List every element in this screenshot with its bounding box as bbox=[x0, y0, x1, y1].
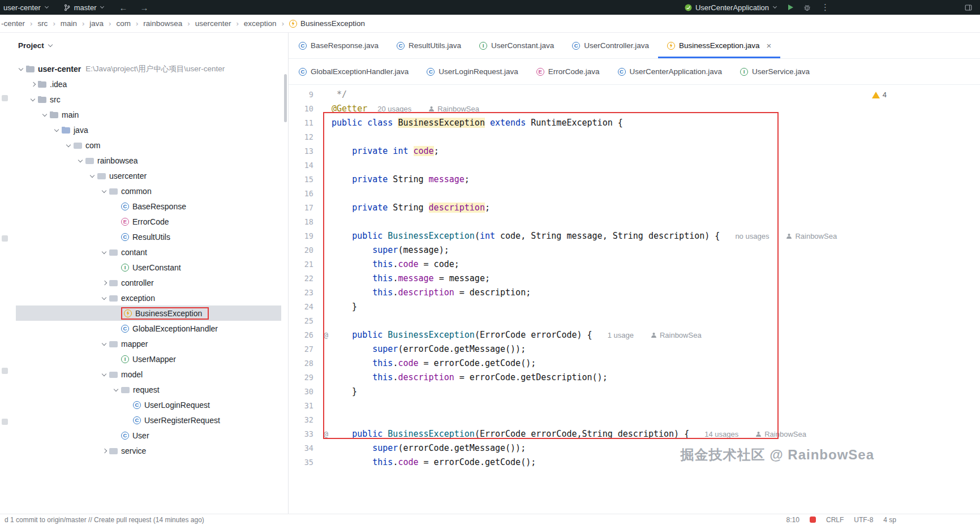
usages-inlay[interactable]: 14 usages bbox=[704, 430, 738, 438]
code-line-33[interactable]: 33@ public BusinessException(ErrorCode e… bbox=[289, 427, 980, 441]
close-icon[interactable]: × bbox=[767, 41, 772, 50]
tab-BaseResponse.java[interactable]: CBaseResponse.java bbox=[290, 33, 388, 58]
editor[interactable]: 9 */10@Getter20 usagesRainbowSea11public… bbox=[289, 85, 980, 514]
code-line-23[interactable]: 23 this.description = description; bbox=[289, 286, 980, 300]
tool-window-button[interactable] bbox=[2, 419, 8, 425]
chevron-down-icon[interactable] bbox=[65, 141, 74, 150]
tree-item-BaseResponse[interactable]: CBaseResponse bbox=[16, 199, 281, 214]
code-line-27[interactable]: 27 super(errorCode.getMessage()); bbox=[289, 342, 980, 356]
tree-item-UserRegisterRequest[interactable]: CUserRegisterRequest bbox=[16, 412, 281, 428]
code-line-26[interactable]: 26@ public BusinessException(ErrorCode e… bbox=[289, 328, 980, 342]
tree-item-.idea[interactable]: .idea bbox=[16, 76, 281, 92]
chevron-down-icon[interactable] bbox=[100, 294, 109, 303]
code-line-34[interactable]: 34 super(errorCode.getMessage()); bbox=[289, 441, 980, 455]
tree-item-model[interactable]: model bbox=[16, 367, 281, 382]
tab-UserService.java[interactable]: IUserService.java bbox=[731, 59, 819, 84]
code-line-20[interactable]: 20 super(message); bbox=[289, 243, 980, 257]
tree-item-BusinessException[interactable]: BusinessException bbox=[16, 305, 281, 321]
run-config-widget[interactable]: UserCenterApplication bbox=[685, 3, 778, 12]
author-inlay[interactable]: RainbowSea bbox=[786, 229, 837, 243]
usages-inlay[interactable]: no usages bbox=[735, 232, 769, 240]
chevron-down-icon[interactable] bbox=[100, 370, 109, 379]
chevron-right-icon[interactable] bbox=[29, 80, 38, 89]
code-line-13[interactable]: 13 private int code; bbox=[289, 144, 980, 158]
tree-item-com[interactable]: com bbox=[16, 137, 281, 153]
code-line-19[interactable]: 19 public BusinessException(int code, St… bbox=[289, 229, 980, 243]
code-line-12[interactable]: 12 bbox=[289, 130, 980, 144]
tree-item-src[interactable]: src bbox=[16, 92, 281, 107]
file-encoding-widget[interactable]: UTF-8 bbox=[854, 516, 873, 524]
tab-GlobalExceptionHandler.java[interactable]: CGlobalExceptionHandler.java bbox=[290, 59, 418, 84]
breadcrumb-item[interactable]: usercenter bbox=[195, 19, 231, 28]
tree-item-contant[interactable]: contant bbox=[16, 244, 281, 260]
code-line-22[interactable]: 22 this.message = message; bbox=[289, 272, 980, 286]
scrollbar[interactable] bbox=[284, 74, 287, 122]
tab-UserCenterApplication.java[interactable]: CUserCenterApplication.java bbox=[609, 59, 732, 84]
code-line-11[interactable]: 11public class BusinessException extends… bbox=[289, 116, 980, 130]
tree-item-user-center[interactable]: user-centerE:\Java\project\用户中心项目\user-c… bbox=[16, 61, 281, 76]
code-line-14[interactable]: 14 bbox=[289, 158, 980, 173]
usages-inlay[interactable]: 20 usages bbox=[377, 105, 411, 113]
code-line-35[interactable]: 35 this.code = errorCode.getCode(); bbox=[289, 455, 980, 470]
tree-item-main[interactable]: main bbox=[16, 107, 281, 122]
breadcrumb-item[interactable]: main bbox=[61, 19, 77, 28]
tree-item-controller[interactable]: controller bbox=[16, 275, 281, 290]
author-inlay[interactable]: RainbowSea bbox=[428, 102, 479, 116]
chevron-down-icon[interactable] bbox=[100, 248, 109, 257]
breadcrumb-item[interactable]: BusinessException bbox=[289, 19, 365, 28]
tree-item-User[interactable]: CUser bbox=[16, 428, 281, 443]
tree-item-exception[interactable]: exception bbox=[16, 290, 281, 305]
code-line-32[interactable]: 32 bbox=[289, 413, 980, 427]
tool-window-button[interactable] bbox=[2, 235, 8, 242]
tab-UserController.java[interactable]: CUserController.java bbox=[563, 33, 658, 58]
tree-item-service[interactable]: service bbox=[16, 443, 281, 458]
code-line-28[interactable]: 28 this.code = errorCode.getCode(); bbox=[289, 356, 980, 371]
code-line-29[interactable]: 29 this.description = errorCode.getDescr… bbox=[289, 371, 980, 385]
code-line-31[interactable]: 31 bbox=[289, 399, 980, 413]
tree-item-UserConstant[interactable]: IUserConstant bbox=[16, 260, 281, 275]
code-line-24[interactable]: 24 } bbox=[289, 300, 980, 314]
indent-widget[interactable]: 4 sp bbox=[883, 516, 896, 524]
tree-item-usercenter[interactable]: usercenter bbox=[16, 168, 281, 183]
code-line-15[interactable]: 15 private String message; bbox=[289, 173, 980, 187]
tree-item-UserLoginRequest[interactable]: CUserLoginRequest bbox=[16, 397, 281, 412]
code-line-18[interactable]: 18 bbox=[289, 215, 980, 229]
breadcrumb-item[interactable]: exception bbox=[244, 19, 277, 28]
project-widget[interactable]: user-center bbox=[3, 3, 50, 12]
tree-item-mapper[interactable]: mapper bbox=[16, 336, 281, 351]
code-line-17[interactable]: 17 private String description; bbox=[289, 201, 980, 215]
chevron-down-icon[interactable] bbox=[100, 187, 109, 196]
breadcrumb-item[interactable]: -center bbox=[1, 19, 25, 28]
chevron-right-icon[interactable] bbox=[100, 446, 109, 455]
inspections-widget[interactable]: 4 bbox=[872, 91, 887, 99]
chevron-down-icon[interactable] bbox=[53, 126, 62, 135]
gutter-annotation-icon[interactable]: @ bbox=[324, 427, 328, 441]
project-panel-header[interactable]: Project bbox=[11, 33, 288, 58]
tree-item-java[interactable]: java bbox=[16, 122, 281, 137]
breadcrumb-item[interactable]: java bbox=[89, 19, 104, 28]
vcs-branch-widget[interactable]: master bbox=[63, 3, 106, 12]
gutter-annotation-icon[interactable]: @ bbox=[324, 328, 328, 342]
more-actions-button[interactable]: ⋮ bbox=[821, 2, 830, 12]
code-line-30[interactable]: 30 } bbox=[289, 385, 980, 399]
run-button[interactable] bbox=[788, 5, 793, 10]
status-plugin-icon[interactable] bbox=[810, 517, 816, 523]
chevron-down-icon[interactable] bbox=[76, 156, 85, 165]
tree-item-GlobalExceptionHandler[interactable]: CGlobalExceptionHandler bbox=[16, 321, 281, 336]
tree-item-common[interactable]: common bbox=[16, 183, 281, 199]
tab-UserLoginRequest.java[interactable]: CUserLoginRequest.java bbox=[418, 59, 527, 84]
code-line-16[interactable]: 16 bbox=[289, 187, 980, 201]
tree-item-request[interactable]: request bbox=[16, 382, 281, 397]
caret-position[interactable]: 8:10 bbox=[786, 516, 800, 524]
chevron-down-icon[interactable] bbox=[41, 110, 50, 119]
code-line-10[interactable]: 10@Getter20 usagesRainbowSea bbox=[289, 102, 980, 116]
tree-item-rainbowsea[interactable]: rainbowsea bbox=[16, 153, 281, 168]
breadcrumb-item[interactable]: com bbox=[116, 19, 131, 28]
line-separator-widget[interactable]: CRLF bbox=[826, 516, 844, 524]
chevron-down-icon[interactable] bbox=[100, 339, 109, 348]
tab-UserConstant.java[interactable]: IUserConstant.java bbox=[470, 33, 563, 58]
code-line-25[interactable]: 25 bbox=[289, 314, 980, 328]
chevron-right-icon[interactable] bbox=[100, 278, 109, 287]
git-status-message[interactable]: d 1 commit to origin/master // Create pu… bbox=[5, 516, 204, 524]
tree-item-ResultUtils[interactable]: CResultUtils bbox=[16, 229, 281, 244]
